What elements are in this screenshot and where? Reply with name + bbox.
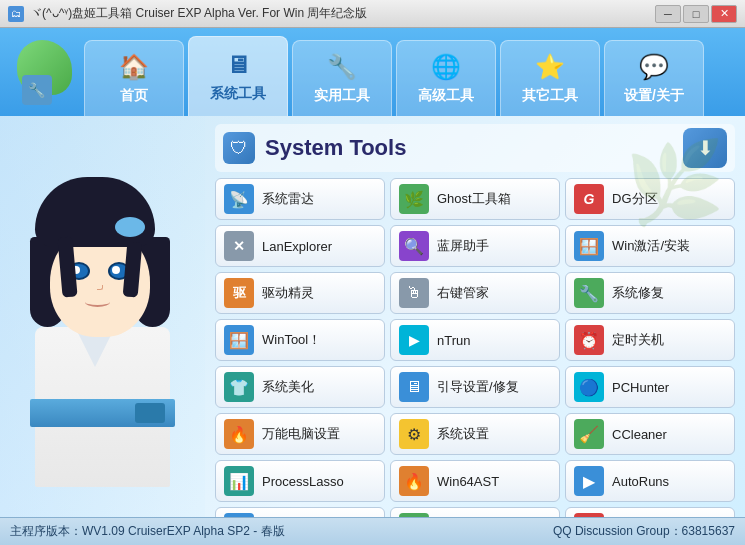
title-bar: 🗂 ヾ(^ᴗ^ᵞ)盘姬工具箱 Cruiser EXP Alpha Ver. Fo… bbox=[0, 0, 745, 28]
tool-btn-bsod[interactable]: 🔍 蓝屏助手 bbox=[390, 225, 560, 267]
maximize-button[interactable]: □ bbox=[683, 5, 709, 23]
tool-icon-rightmgr: 🖱 bbox=[399, 278, 429, 308]
tool-btn-bootcrack[interactable]: N 开机密码破解 bbox=[565, 507, 735, 517]
content-panel: 🛡 System Tools ⬇ 📡 系统雷达 🌿 Ghost工具箱 G DG分… bbox=[205, 116, 745, 517]
tool-label-allinone: 万能电脑设置 bbox=[262, 425, 340, 443]
logo: 🔧 bbox=[12, 40, 77, 105]
tool-icon-autoruns: ▶ bbox=[574, 466, 604, 496]
tool-icon-bootcrack: N bbox=[574, 513, 604, 517]
nav-tab-label-utility: 实用工具 bbox=[314, 87, 370, 105]
tool-icon-lan: ✕ bbox=[224, 231, 254, 261]
tool-icon-allinone: 🔥 bbox=[224, 419, 254, 449]
nav-tab-label-advanced: 高级工具 bbox=[418, 87, 474, 105]
title-controls: ─ □ ✕ bbox=[655, 5, 737, 23]
tool-btn-processlasso[interactable]: 📊 ProcessLasso bbox=[215, 460, 385, 502]
tool-btn-ghost[interactable]: 🌿 Ghost工具箱 bbox=[390, 178, 560, 220]
tool-label-rightmgr: 右键管家 bbox=[437, 284, 489, 302]
nav-tab-label-settings: 设置/关于 bbox=[624, 87, 684, 105]
logo-area: 🔧 bbox=[4, 28, 84, 116]
section-title-group: 🛡 System Tools bbox=[223, 132, 406, 164]
tool-grid: 📡 系统雷达 🌿 Ghost工具箱 G DG分区 ✕ LanExplorer 🔍… bbox=[215, 178, 735, 517]
nav-tab-label-other: 其它工具 bbox=[522, 87, 578, 105]
tool-label-radar: 系统雷达 bbox=[262, 190, 314, 208]
tool-btn-radar[interactable]: 📡 系统雷达 bbox=[215, 178, 385, 220]
tool-label-ntrun: nTrun bbox=[437, 333, 470, 348]
tool-btn-ntrun[interactable]: ▶ nTrun bbox=[390, 319, 560, 361]
section-icon: 🛡 bbox=[223, 132, 255, 164]
nav-tab-home[interactable]: 🏠 首页 bbox=[84, 40, 184, 116]
tool-btn-bootmgr[interactable]: 🖥 引导设置/修复 bbox=[390, 366, 560, 408]
tool-icon-bootmgr: 🖥 bbox=[399, 372, 429, 402]
tool-icon-win-activate: 🪟 bbox=[574, 231, 604, 261]
tool-label-timer: 定时关机 bbox=[612, 331, 664, 349]
tool-btn-dg[interactable]: G DG分区 bbox=[565, 178, 735, 220]
tool-icon-pchunter: 🔵 bbox=[574, 372, 604, 402]
tool-label-lan: LanExplorer bbox=[262, 239, 332, 254]
tool-icon-ccleaner: 🧹 bbox=[574, 419, 604, 449]
tool-label-win64ast: Win64AST bbox=[437, 474, 499, 489]
tool-label-bootmgr: 引导设置/修复 bbox=[437, 378, 519, 396]
nav-tab-advanced[interactable]: 🌐 高级工具 bbox=[396, 40, 496, 116]
download-button[interactable]: ⬇ bbox=[683, 128, 727, 168]
tool-icon-syssettings: ⚙ bbox=[399, 419, 429, 449]
tool-icon-radar: 📡 bbox=[224, 184, 254, 214]
section-title: System Tools bbox=[265, 135, 406, 161]
tool-btn-ccleaner[interactable]: 🧹 CCleaner bbox=[565, 413, 735, 455]
nav-tab-icon-utility: 🔧 bbox=[327, 53, 357, 81]
char-sash bbox=[30, 399, 175, 427]
tool-btn-rightmgr[interactable]: 🖱 右键管家 bbox=[390, 272, 560, 314]
tool-btn-drive[interactable]: 驱 驱动精灵 bbox=[215, 272, 385, 314]
nav-tab-icon-advanced: 🌐 bbox=[431, 53, 461, 81]
tool-btn-lan[interactable]: ✕ LanExplorer bbox=[215, 225, 385, 267]
char-hair-bow bbox=[115, 217, 145, 237]
tool-btn-autoruns[interactable]: ▶ AutoRuns bbox=[565, 460, 735, 502]
tool-btn-sysrepair[interactable]: 🔧 系统修复 bbox=[565, 272, 735, 314]
tool-btn-syssettings[interactable]: ⚙ 系统设置 bbox=[390, 413, 560, 455]
tool-btn-win64ast[interactable]: 🔥 Win64AST bbox=[390, 460, 560, 502]
tool-btn-pchunter[interactable]: 🔵 PCHunter bbox=[565, 366, 735, 408]
tool-btn-systray[interactable]: 🛡 系统托盘管理 bbox=[390, 507, 560, 517]
tool-icon-ghost: 🌿 bbox=[399, 184, 429, 214]
tool-btn-win-activate[interactable]: 🪟 Win激活/安装 bbox=[565, 225, 735, 267]
tool-btn-timer[interactable]: ⏰ 定时关机 bbox=[565, 319, 735, 361]
tool-btn-sysbeauty[interactable]: 👕 系统美化 bbox=[215, 366, 385, 408]
nav-tab-system[interactable]: 🖥 系统工具 bbox=[188, 36, 288, 116]
tool-icon-systray: 🛡 bbox=[399, 513, 429, 517]
tool-label-syssettings: 系统设置 bbox=[437, 425, 489, 443]
title-text: ヾ(^ᴗ^ᵞ)盘姬工具箱 Cruiser EXP Alpha Ver. For … bbox=[30, 5, 655, 22]
minimize-button[interactable]: ─ bbox=[655, 5, 681, 23]
nav-tab-icon-home: 🏠 bbox=[119, 53, 149, 81]
nav-tab-utility[interactable]: 🔧 实用工具 bbox=[292, 40, 392, 116]
tool-icon-wintool: 🪟 bbox=[224, 325, 254, 355]
char-eye-highlight-right bbox=[112, 266, 120, 274]
tool-btn-wintool[interactable]: 🪟 WinTool！ bbox=[215, 319, 385, 361]
section-header: 🛡 System Tools ⬇ bbox=[215, 124, 735, 172]
tool-icon-win64ast: 🔥 bbox=[399, 466, 429, 496]
nav-tab-icon-other: ⭐ bbox=[535, 53, 565, 81]
nav-tab-icon-system: 🖥 bbox=[226, 51, 250, 79]
tool-icon-dismpp: 🪟 bbox=[224, 513, 254, 517]
version-text: 主程序版本：WV1.09 CruiserEXP Alpha SP2 - 春版 bbox=[10, 523, 285, 540]
nav-tab-settings[interactable]: 💬 设置/关于 bbox=[604, 40, 704, 116]
nav-tab-label-home: 首页 bbox=[120, 87, 148, 105]
nav-bar: 🔧 🏠 首页 🖥 系统工具 🔧 实用工具 🌐 高级工具 ⭐ 其它工具 💬 设置/… bbox=[0, 28, 745, 116]
tool-btn-dismpp[interactable]: 🪟 Dism++ bbox=[215, 507, 385, 517]
tool-icon-drive: 驱 bbox=[224, 278, 254, 308]
tool-icon-processlasso: 📊 bbox=[224, 466, 254, 496]
char-nose bbox=[97, 285, 103, 290]
close-button[interactable]: ✕ bbox=[711, 5, 737, 23]
char-mouth bbox=[85, 297, 110, 307]
nav-tab-label-system: 系统工具 bbox=[210, 85, 266, 103]
tool-label-drive: 驱动精灵 bbox=[262, 284, 314, 302]
tool-label-autoruns: AutoRuns bbox=[612, 474, 669, 489]
tool-label-wintool: WinTool！ bbox=[262, 331, 321, 349]
char-sash-detail bbox=[135, 403, 165, 423]
tool-label-win-activate: Win激活/安装 bbox=[612, 237, 690, 255]
tool-icon-bsod: 🔍 bbox=[399, 231, 429, 261]
tool-btn-allinone[interactable]: 🔥 万能电脑设置 bbox=[215, 413, 385, 455]
tool-icon-sysbeauty: 👕 bbox=[224, 372, 254, 402]
status-bar: 主程序版本：WV1.09 CruiserEXP Alpha SP2 - 春版 Q… bbox=[0, 517, 745, 545]
tool-label-dg: DG分区 bbox=[612, 190, 658, 208]
tool-label-processlasso: ProcessLasso bbox=[262, 474, 344, 489]
nav-tab-other[interactable]: ⭐ 其它工具 bbox=[500, 40, 600, 116]
